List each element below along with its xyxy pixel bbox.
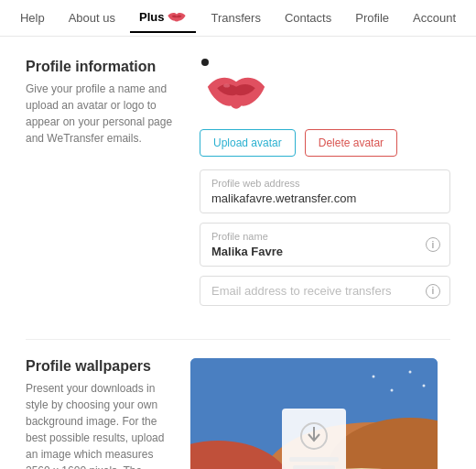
svg-rect-12 [289,457,339,462]
nav-transfers[interactable]: Transfers [201,4,269,32]
profile-web-address-field[interactable]: Profile web address malikafavre.wetransf… [200,169,450,213]
navigation: Help About us Plus Transfers Contacts Pr… [0,0,476,37]
nav-profile[interactable]: Profile [346,4,398,32]
delete-avatar-button[interactable]: Delete avatar [305,129,397,157]
avatar-lips-icon [204,74,268,115]
nav-help[interactable]: Help [11,4,54,32]
profile-name-label: Profile name [211,231,438,242]
profile-web-address-value: malikafavre.wetransfer.com [211,191,438,205]
profile-section-title: Profile information [26,59,181,75]
profile-section: Profile information Give your profile a … [26,59,450,306]
wallpaper-left: Profile wallpapers Present your download… [26,358,172,469]
wallpaper-layout: Profile wallpapers Present your download… [26,358,450,469]
wallpaper-section-title: Profile wallpapers [26,358,172,375]
profile-right: Upload avatar Delete avatar Profile web … [200,59,450,306]
upload-avatar-button[interactable]: Upload avatar [200,129,296,157]
svg-point-4 [409,371,412,374]
profile-layout: Profile information Give your profile a … [26,59,450,306]
profile-name-field[interactable]: Profile name Malika Favre i [200,223,450,267]
profile-name-value: Malika Favre [211,245,438,258]
profile-section-desc: Give your profile a name and upload an a… [26,81,181,147]
wallpaper-preview [190,358,438,469]
wallpaper-scene-svg [190,358,438,469]
main-content: Profile information Give your profile a … [0,37,476,469]
avatar-dot [201,59,209,66]
profile-email-field[interactable]: Email address to receive transfers i [200,276,450,306]
profile-fields: Profile web address malikafavre.wetransf… [200,169,450,306]
nav-account[interactable]: Account [404,4,465,32]
profile-email-placeholder: Email address to receive transfers [211,284,438,298]
wallpaper-section-desc: Present your downloads in style by choos… [26,380,172,469]
nav-plus[interactable]: Plus [130,3,196,33]
avatar-area: Upload avatar Delete avatar [200,59,450,157]
svg-point-0 [223,83,230,87]
svg-point-2 [373,376,375,378]
svg-point-3 [391,389,394,392]
wallpaper-section: Profile wallpapers Present your download… [26,358,450,469]
avatar-image [200,70,273,120]
section-divider [26,339,450,340]
profile-email-info-icon[interactable]: i [426,284,440,299]
profile-left: Profile information Give your profile a … [26,59,181,147]
nav-about-us[interactable]: About us [60,4,124,32]
nav-contacts[interactable]: Contacts [276,4,341,32]
wallpaper-right: + + [190,358,450,469]
profile-name-info-icon[interactable]: i [426,237,440,252]
profile-web-address-label: Profile web address [211,178,438,189]
svg-point-5 [423,385,426,387]
svg-rect-13 [293,465,335,469]
avatar-buttons: Upload avatar Delete avatar [200,129,397,157]
lips-icon [167,11,187,24]
